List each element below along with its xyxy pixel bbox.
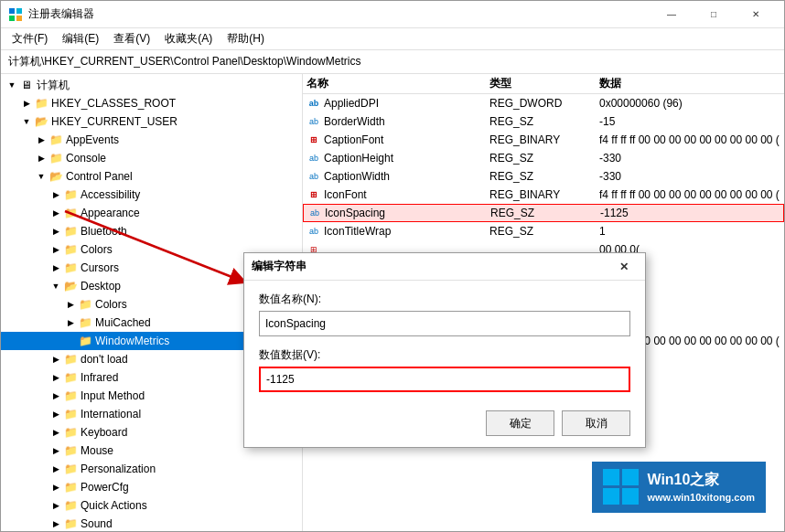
cell-data: -330 <box>599 152 780 165</box>
cell-data: 0x00000060 (96) <box>599 97 780 110</box>
tree-item-appearance[interactable]: ▶ 📁 Appearance <box>1 204 302 222</box>
folder-icon: 📁 <box>63 225 78 238</box>
ok-button[interactable]: 确定 <box>486 410 554 436</box>
cell-name: ab AppliedDPI <box>306 97 489 110</box>
cancel-button[interactable]: 取消 <box>562 410 630 436</box>
table-row[interactable]: ab CaptionWidth REG_SZ -330 <box>303 167 784 186</box>
edit-string-dialog: 编辑字符串 ✕ 数值名称(N): 数值数据(V): 确定 取消 <box>243 252 646 448</box>
minimize-button[interactable]: — <box>651 1 693 28</box>
folder-icon: 📂 <box>48 170 63 183</box>
window-controls: — □ ✕ <box>651 1 777 28</box>
expand-icon: ▶ <box>48 407 63 421</box>
cell-name: ab BorderWidth <box>306 115 489 128</box>
tree-label: Colors <box>95 298 127 311</box>
tree-label: Mouse <box>81 444 113 457</box>
tree-item-quickactions[interactable]: ▶ 📁 Quick Actions <box>1 496 302 515</box>
expand-icon: ▶ <box>63 315 78 330</box>
folder-icon: 📁 <box>78 298 92 311</box>
tree-label: Accessibility <box>81 188 140 201</box>
field-name-input[interactable] <box>259 311 630 336</box>
tree-item-personalization[interactable]: ▶ 📁 Personalization <box>1 460 302 478</box>
tree-label: Appearance <box>81 207 140 219</box>
cell-name: ab IconTitleWrap <box>306 225 489 238</box>
folder-icon: 📁 <box>63 353 78 366</box>
menu-edit[interactable]: 编辑(E) <box>55 29 106 48</box>
expand-icon: ▶ <box>34 151 48 165</box>
cell-name: ab CaptionWidth <box>306 170 489 183</box>
dialog-close-button[interactable]: ✕ <box>610 255 638 279</box>
tree-label: Bluetooth <box>81 225 127 238</box>
expand-icon: ▶ <box>48 352 63 367</box>
expand-icon: ▶ <box>48 516 63 531</box>
tree-item-powercfg[interactable]: ▶ 📁 PowerCfg <box>1 478 302 496</box>
folder-icon: 📁 <box>63 243 78 256</box>
tree-label: International <box>81 408 141 420</box>
table-row-iconspacing[interactable]: ab IconSpacing REG_SZ -1125 <box>303 204 784 222</box>
tree-item-console[interactable]: ▶ 📁 Console <box>1 149 302 167</box>
table-row[interactable]: ab CaptionHeight REG_SZ -330 <box>303 149 784 167</box>
address-bar: 计算机\HKEY_CURRENT_USER\Control Panel\Desk… <box>1 50 784 74</box>
folder-icon: 📁 <box>63 408 78 420</box>
tree-label: Input Method <box>81 389 145 402</box>
tree-label: 计算机 <box>37 78 70 93</box>
computer-icon: 🖥 <box>19 79 34 91</box>
folder-icon: 📁 <box>63 389 78 402</box>
table-row[interactable]: ab IconTitleWrap REG_SZ 1 <box>303 222 784 240</box>
field-data-input[interactable] <box>259 367 630 392</box>
folder-icon: 📁 <box>63 207 78 219</box>
cell-type: REG_BINARY <box>489 188 599 201</box>
cell-name: ⊞ CaptionFont <box>306 133 489 146</box>
expand-icon: ▶ <box>63 297 78 312</box>
tree-item-bluetooth[interactable]: ▶ 📁 Bluetooth <box>1 222 302 240</box>
column-data-header: 数据 <box>599 76 780 91</box>
tree-label: Control Panel <box>66 170 133 183</box>
tree-item-accessibility[interactable]: ▶ 📁 Accessibility <box>1 186 302 204</box>
tree-item-appevents[interactable]: ▶ 📁 AppEvents <box>1 131 302 149</box>
tree-label: WindowMetrics <box>95 335 169 347</box>
expand-icon: ▶ <box>48 206 63 220</box>
dword-icon: ab <box>306 97 321 110</box>
svg-rect-2 <box>9 16 15 21</box>
menu-help[interactable]: 帮助(H) <box>220 29 272 48</box>
table-row[interactable]: ab AppliedDPI REG_DWORD 0x00000060 (96) <box>303 94 784 112</box>
folder-icon: 📁 <box>78 335 92 347</box>
expand-icon: ▶ <box>48 425 63 440</box>
close-button[interactable]: ✕ <box>735 1 777 28</box>
svg-rect-3 <box>16 16 22 21</box>
tree-label: HKEY_CLASSES_ROOT <box>51 97 176 110</box>
table-header: 名称 类型 数据 <box>303 74 784 94</box>
tree-item-control-panel[interactable]: ▼ 📂 Control Panel <box>1 167 302 186</box>
cell-type: REG_SZ <box>489 152 599 165</box>
window-title: 注册表编辑器 <box>28 6 651 22</box>
menu-view[interactable]: 查看(V) <box>106 29 157 48</box>
expand-icon: ▼ <box>19 114 34 129</box>
tree-label: MuiCached <box>95 316 151 329</box>
cell-type: REG_SZ <box>489 115 599 128</box>
tree-item-classes-root[interactable]: ▶ 📁 HKEY_CLASSES_ROOT <box>1 94 302 112</box>
expand-icon: ▶ <box>48 261 63 275</box>
folder-icon: 📁 <box>48 133 63 146</box>
tree-label: don't load <box>81 353 128 366</box>
maximize-button[interactable]: □ <box>693 1 735 28</box>
field-data-label: 数值数据(V): <box>259 347 630 363</box>
menu-bar: 文件(F) 编辑(E) 查看(V) 收藏夹(A) 帮助(H) <box>1 28 784 50</box>
cell-name: ab CaptionHeight <box>306 152 489 165</box>
table-row[interactable]: ⊞ IconFont REG_BINARY f4 ff ff ff 00 00 … <box>303 186 784 204</box>
menu-favorites[interactable]: 收藏夹(A) <box>157 29 220 48</box>
expand-icon: ▼ <box>5 78 19 92</box>
cell-data: 1 <box>599 225 780 238</box>
dialog-body: 数值名称(N): 数值数据(V): 确定 取消 <box>244 281 645 447</box>
tree-item-computer[interactable]: ▼ 🖥 计算机 <box>1 76 302 94</box>
table-row[interactable]: ab BorderWidth REG_SZ -15 <box>303 112 784 131</box>
tree-item-current-user[interactable]: ▼ 📂 HKEY_CURRENT_USER <box>1 112 302 131</box>
folder-icon: 📁 <box>63 463 78 475</box>
expand-icon <box>63 334 78 348</box>
expand-icon: ▼ <box>34 169 48 184</box>
menu-file[interactable]: 文件(F) <box>5 29 55 48</box>
expand-icon: ▶ <box>48 462 63 476</box>
sz-icon: ab <box>306 170 321 183</box>
tree-item-sound[interactable]: ▶ 📁 Sound <box>1 515 302 531</box>
expand-icon: ▶ <box>48 370 63 385</box>
expand-icon: ▶ <box>48 224 63 239</box>
table-row[interactable]: ⊞ CaptionFont REG_BINARY f4 ff ff ff 00 … <box>303 131 784 149</box>
